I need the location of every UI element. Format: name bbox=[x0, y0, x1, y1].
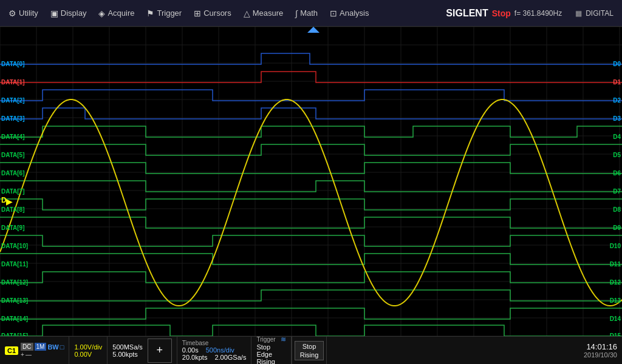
d-label-0: D0 bbox=[613, 61, 621, 67]
trigger-slope: Rising bbox=[256, 358, 275, 364]
time-offset: 0.00s bbox=[182, 346, 199, 354]
trigger-type: Edge bbox=[256, 351, 272, 358]
menu-acquire-label: Acquire bbox=[108, 8, 134, 18]
clock-time: 14:01:16 bbox=[586, 342, 617, 351]
ch-label-d12: DATA[12] bbox=[0, 280, 36, 286]
ch-label-d11: DATA[11] bbox=[0, 261, 36, 268]
d-label-8: D8 bbox=[613, 207, 621, 213]
oscilloscope-canvas bbox=[0, 27, 622, 336]
brand-stop: Stop bbox=[492, 8, 511, 18]
trigger-section: Trigger ≋ Stop Edge Rising bbox=[251, 337, 291, 364]
measure-icon: △ bbox=[244, 8, 250, 18]
impedance-label: 1M bbox=[35, 343, 47, 351]
display-icon: ▣ bbox=[50, 8, 58, 18]
scope-area: DATA[0] DATA[1] DATA[2] DATA[3] DATA[4] … bbox=[0, 27, 622, 336]
menu-display-label: Display bbox=[61, 8, 87, 18]
math-icon: ∫ bbox=[295, 8, 298, 18]
time-div: 500ns/div bbox=[206, 346, 234, 354]
ch-label-d2: DATA[2] bbox=[0, 98, 36, 104]
analysis-icon: ⊡ bbox=[330, 8, 337, 18]
d-label-9: D9 bbox=[613, 225, 621, 231]
bw-label: BW bbox=[47, 343, 58, 351]
menu-cursors[interactable]: ⊞ Cursors bbox=[188, 6, 238, 21]
trigger-level-arrow: ▶ bbox=[6, 197, 13, 206]
d-label-2: D2 bbox=[613, 98, 621, 104]
d-label-5: D5 bbox=[613, 152, 621, 158]
ch-label-d14: DATA[14] bbox=[0, 316, 36, 322]
bw-box: □ bbox=[60, 343, 64, 351]
d-label-11: D11 bbox=[610, 261, 621, 268]
d-label-13: D13 bbox=[610, 298, 621, 304]
d-label-1: D1 bbox=[613, 79, 621, 86]
ch-label-d1: DATA[1] bbox=[0, 79, 36, 86]
volts-div: 1.00V/div bbox=[74, 343, 102, 351]
timebase-label: Timebase bbox=[182, 340, 209, 346]
menu-trigger-label: Trigger bbox=[157, 8, 182, 18]
brand-icon: ▦ bbox=[575, 9, 582, 18]
ch-label-d4: DATA[4] bbox=[0, 134, 36, 140]
ch-label-d0: DATA[0] bbox=[0, 61, 36, 67]
menu-utility[interactable]: ⚙ Utility bbox=[2, 6, 44, 21]
memory-depth: 5.00kpts bbox=[112, 351, 143, 358]
crosshair-icon: + bbox=[157, 344, 163, 357]
menu-trigger[interactable]: ⚑ Trigger bbox=[140, 6, 188, 21]
time-section: 14:01:16 2019/10/30 bbox=[579, 337, 622, 364]
sample-rate-gs: 2.00GSa/s bbox=[214, 354, 246, 361]
menu-math[interactable]: ∫ Math bbox=[289, 6, 324, 21]
stop-label: Stop bbox=[302, 343, 316, 350]
menu-analysis-label: Analysis bbox=[340, 8, 369, 18]
menu-bar: ⚙ Utility ▣ Display ◈ Acquire ⚑ Trigger … bbox=[0, 0, 622, 27]
menu-measure[interactable]: △ Measure bbox=[238, 6, 290, 21]
clock-date: 2019/10/30 bbox=[584, 351, 617, 359]
d-label-10: D10 bbox=[610, 243, 621, 249]
voltage-section: 1.00V/div 0.00V bbox=[69, 337, 108, 364]
menu-math-label: Math bbox=[300, 8, 318, 18]
menu-measure-label: Measure bbox=[253, 8, 284, 18]
menu-analysis[interactable]: ⊡ Analysis bbox=[324, 6, 375, 21]
trigger-icon: ⚑ bbox=[146, 8, 154, 18]
ch-label-d6: DATA[6] bbox=[0, 170, 36, 177]
acquire-icon: ◈ bbox=[98, 8, 105, 18]
ch-label-d7: DATA[7] bbox=[0, 189, 36, 195]
channel-indicator: C1 bbox=[5, 346, 18, 355]
voltage-offset: 0.00V bbox=[74, 351, 102, 358]
ch-label-d5: DATA[5] bbox=[0, 152, 36, 158]
status-bar: C1 DC 1M BW □ + ― 1.00V/div 0.00V 500MSa… bbox=[0, 336, 622, 364]
trigger-label: Trigger bbox=[256, 336, 275, 343]
sample-rate: 500MSa/s bbox=[112, 343, 143, 351]
menu-cursors-label: Cursors bbox=[203, 8, 231, 18]
brand-freq: f= 361.8490Hz bbox=[514, 9, 562, 18]
ch-label-d9: DATA[9] bbox=[0, 225, 36, 231]
ch-label-d10: DATA[10] bbox=[0, 243, 36, 249]
ch-label-d15: DATA[15] bbox=[0, 333, 36, 336]
channel-section: C1 DC 1M BW □ + ― bbox=[0, 337, 69, 364]
ch-label-d13: DATA[13] bbox=[0, 298, 36, 304]
sample-section: 500MSa/s 5.00kpts + bbox=[108, 337, 177, 364]
brand-name: SIGLENT bbox=[446, 8, 488, 19]
utility-icon: ⚙ bbox=[9, 8, 16, 18]
brand-digital: DIGITAL bbox=[586, 9, 613, 18]
sample-pts: 20.0kpts bbox=[182, 354, 208, 361]
trigger-status: Stop bbox=[256, 343, 270, 351]
rising-label: Rising bbox=[300, 351, 319, 359]
d-label-7: D7 bbox=[613, 189, 621, 195]
brand: SIGLENT Stop f= 361.8490Hz ▦ DIGITAL bbox=[446, 8, 620, 19]
cursors-icon: ⊞ bbox=[194, 8, 201, 18]
menu-display[interactable]: ▣ Display bbox=[44, 6, 93, 21]
stop-rising-button[interactable]: Stop Rising bbox=[295, 341, 324, 360]
d-label-12: D12 bbox=[610, 280, 621, 286]
d-label-4: D4 bbox=[613, 134, 621, 140]
menu-acquire[interactable]: ◈ Acquire bbox=[92, 6, 140, 21]
ch-label-d8: DATA[8] bbox=[0, 207, 36, 213]
d-label-6: D6 bbox=[613, 170, 621, 177]
timebase-section: Timebase 0.00s 500ns/div 20.0kpts 2.00GS… bbox=[177, 337, 252, 364]
d-label-15: D15 bbox=[610, 333, 621, 336]
coupling-label: DC bbox=[21, 343, 33, 351]
ch-label-d3: DATA[3] bbox=[0, 116, 36, 122]
trigger-status-icon: ≋ bbox=[281, 335, 286, 343]
menu-utility-label: Utility bbox=[19, 8, 38, 18]
d-label-14: D14 bbox=[610, 316, 621, 322]
d-label-3: D3 bbox=[613, 116, 621, 122]
